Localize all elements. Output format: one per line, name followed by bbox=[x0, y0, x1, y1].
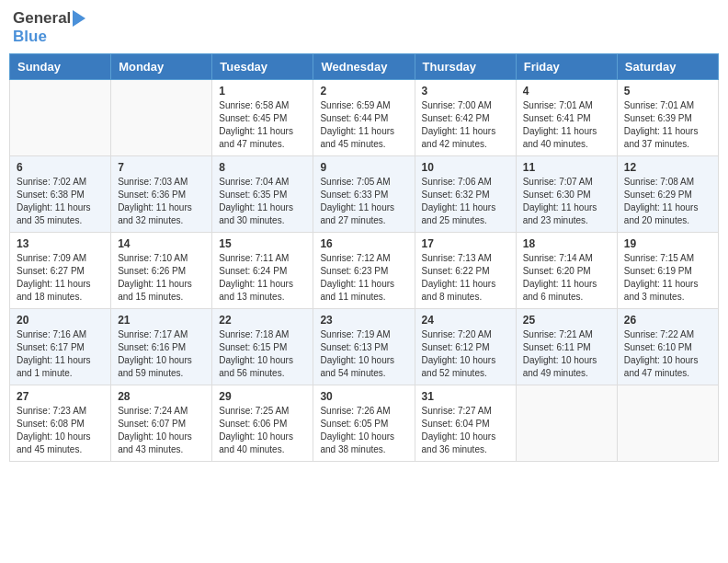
day-info: Sunrise: 6:58 AMSunset: 6:45 PMDaylight:… bbox=[219, 99, 306, 151]
logo: General Blue bbox=[13, 9, 85, 46]
day-number: 3 bbox=[422, 85, 509, 98]
day-info: Sunrise: 7:11 AMSunset: 6:24 PMDaylight:… bbox=[219, 252, 306, 304]
calendar-cell: 3Sunrise: 7:00 AMSunset: 6:42 PMDaylight… bbox=[415, 80, 516, 156]
calendar-cell: 21Sunrise: 7:17 AMSunset: 6:16 PMDayligh… bbox=[111, 309, 212, 385]
day-info: Sunrise: 7:21 AMSunset: 6:11 PMDaylight:… bbox=[523, 328, 610, 380]
day-header-friday: Friday bbox=[516, 54, 617, 80]
day-number: 22 bbox=[219, 314, 306, 327]
calendar-cell: 4Sunrise: 7:01 AMSunset: 6:41 PMDaylight… bbox=[516, 80, 617, 156]
calendar-cell: 20Sunrise: 7:16 AMSunset: 6:17 PMDayligh… bbox=[10, 309, 111, 385]
day-info: Sunrise: 7:09 AMSunset: 6:27 PMDaylight:… bbox=[17, 252, 104, 304]
day-info: Sunrise: 6:59 AMSunset: 6:44 PMDaylight:… bbox=[320, 99, 407, 151]
day-info: Sunrise: 7:05 AMSunset: 6:33 PMDaylight:… bbox=[320, 176, 407, 227]
day-info: Sunrise: 7:07 AMSunset: 6:30 PMDaylight:… bbox=[523, 176, 610, 227]
day-number: 21 bbox=[118, 314, 205, 327]
day-number: 27 bbox=[17, 390, 104, 403]
calendar-cell: 5Sunrise: 7:01 AMSunset: 6:39 PMDaylight… bbox=[617, 80, 718, 156]
day-number: 8 bbox=[219, 161, 306, 174]
day-number: 19 bbox=[624, 237, 711, 250]
calendar-cell: 29Sunrise: 7:25 AMSunset: 6:06 PMDayligh… bbox=[212, 385, 313, 462]
day-number: 7 bbox=[118, 161, 205, 174]
calendar-cell: 7Sunrise: 7:03 AMSunset: 6:36 PMDaylight… bbox=[111, 156, 212, 233]
day-number: 24 bbox=[422, 314, 509, 327]
calendar-cell: 12Sunrise: 7:08 AMSunset: 6:29 PMDayligh… bbox=[617, 156, 718, 233]
calendar-cell: 17Sunrise: 7:13 AMSunset: 6:22 PMDayligh… bbox=[415, 233, 516, 309]
day-info: Sunrise: 7:15 AMSunset: 6:19 PMDaylight:… bbox=[624, 252, 711, 304]
calendar-table: SundayMondayTuesdayWednesdayThursdayFrid… bbox=[9, 53, 719, 462]
day-info: Sunrise: 7:26 AMSunset: 6:05 PMDaylight:… bbox=[320, 405, 407, 456]
day-number: 6 bbox=[17, 161, 104, 174]
day-number: 11 bbox=[523, 161, 610, 174]
day-info: Sunrise: 7:01 AMSunset: 6:39 PMDaylight:… bbox=[624, 99, 711, 151]
day-info: Sunrise: 7:24 AMSunset: 6:07 PMDaylight:… bbox=[118, 405, 205, 456]
calendar-cell: 9Sunrise: 7:05 AMSunset: 6:33 PMDaylight… bbox=[313, 156, 415, 233]
calendar-week-row: 13Sunrise: 7:09 AMSunset: 6:27 PMDayligh… bbox=[10, 233, 719, 309]
day-number: 16 bbox=[320, 237, 407, 250]
logo-arrow-icon bbox=[73, 10, 85, 27]
calendar-cell: 6Sunrise: 7:02 AMSunset: 6:38 PMDaylight… bbox=[10, 156, 111, 233]
calendar-cell: 26Sunrise: 7:22 AMSunset: 6:10 PMDayligh… bbox=[617, 309, 718, 385]
day-header-tuesday: Tuesday bbox=[212, 54, 313, 80]
day-number: 25 bbox=[523, 314, 610, 327]
calendar-week-row: 20Sunrise: 7:16 AMSunset: 6:17 PMDayligh… bbox=[10, 309, 719, 385]
day-number: 2 bbox=[320, 85, 407, 98]
day-info: Sunrise: 7:03 AMSunset: 6:36 PMDaylight:… bbox=[118, 176, 205, 227]
calendar-cell: 24Sunrise: 7:20 AMSunset: 6:12 PMDayligh… bbox=[415, 309, 516, 385]
day-info: Sunrise: 7:10 AMSunset: 6:26 PMDaylight:… bbox=[118, 252, 205, 304]
day-number: 17 bbox=[422, 237, 509, 250]
day-number: 31 bbox=[422, 390, 509, 403]
day-info: Sunrise: 7:08 AMSunset: 6:29 PMDaylight:… bbox=[624, 176, 711, 227]
day-number: 5 bbox=[624, 85, 711, 98]
day-number: 29 bbox=[219, 390, 306, 403]
logo-general-text: General bbox=[13, 9, 71, 28]
day-info: Sunrise: 7:00 AMSunset: 6:42 PMDaylight:… bbox=[422, 99, 509, 151]
day-info: Sunrise: 7:22 AMSunset: 6:10 PMDaylight:… bbox=[624, 328, 711, 380]
calendar-cell: 28Sunrise: 7:24 AMSunset: 6:07 PMDayligh… bbox=[111, 385, 212, 462]
calendar-cell: 15Sunrise: 7:11 AMSunset: 6:24 PMDayligh… bbox=[212, 233, 313, 309]
day-info: Sunrise: 7:04 AMSunset: 6:35 PMDaylight:… bbox=[219, 176, 306, 227]
calendar-cell: 22Sunrise: 7:18 AMSunset: 6:15 PMDayligh… bbox=[212, 309, 313, 385]
day-number: 9 bbox=[320, 161, 407, 174]
day-number: 28 bbox=[118, 390, 205, 403]
day-number: 30 bbox=[320, 390, 407, 403]
day-number: 1 bbox=[219, 85, 306, 98]
calendar-cell: 16Sunrise: 7:12 AMSunset: 6:23 PMDayligh… bbox=[313, 233, 415, 309]
day-number: 10 bbox=[422, 161, 509, 174]
calendar-cell bbox=[617, 385, 718, 462]
day-number: 20 bbox=[17, 314, 104, 327]
day-info: Sunrise: 7:18 AMSunset: 6:15 PMDaylight:… bbox=[219, 328, 306, 380]
day-number: 14 bbox=[118, 237, 205, 250]
calendar-cell bbox=[516, 385, 617, 462]
day-info: Sunrise: 7:14 AMSunset: 6:20 PMDaylight:… bbox=[523, 252, 610, 304]
calendar-cell bbox=[111, 80, 212, 156]
day-info: Sunrise: 7:25 AMSunset: 6:06 PMDaylight:… bbox=[219, 405, 306, 456]
calendar-cell: 31Sunrise: 7:27 AMSunset: 6:04 PMDayligh… bbox=[415, 385, 516, 462]
day-info: Sunrise: 7:13 AMSunset: 6:22 PMDaylight:… bbox=[422, 252, 509, 304]
day-number: 12 bbox=[624, 161, 711, 174]
day-info: Sunrise: 7:27 AMSunset: 6:04 PMDaylight:… bbox=[422, 405, 509, 456]
day-info: Sunrise: 7:06 AMSunset: 6:32 PMDaylight:… bbox=[422, 176, 509, 227]
day-info: Sunrise: 7:12 AMSunset: 6:23 PMDaylight:… bbox=[320, 252, 407, 304]
day-header-wednesday: Wednesday bbox=[313, 54, 415, 80]
calendar-cell: 27Sunrise: 7:23 AMSunset: 6:08 PMDayligh… bbox=[10, 385, 111, 462]
day-number: 4 bbox=[523, 85, 610, 98]
calendar-cell: 30Sunrise: 7:26 AMSunset: 6:05 PMDayligh… bbox=[313, 385, 415, 462]
day-header-saturday: Saturday bbox=[617, 54, 718, 80]
day-info: Sunrise: 7:16 AMSunset: 6:17 PMDaylight:… bbox=[17, 328, 104, 380]
day-info: Sunrise: 7:01 AMSunset: 6:41 PMDaylight:… bbox=[523, 99, 610, 151]
calendar-cell: 19Sunrise: 7:15 AMSunset: 6:19 PMDayligh… bbox=[617, 233, 718, 309]
calendar-cell: 8Sunrise: 7:04 AMSunset: 6:35 PMDaylight… bbox=[212, 156, 313, 233]
day-info: Sunrise: 7:20 AMSunset: 6:12 PMDaylight:… bbox=[422, 328, 509, 380]
calendar-cell bbox=[10, 80, 111, 156]
day-number: 18 bbox=[523, 237, 610, 250]
calendar-cell: 25Sunrise: 7:21 AMSunset: 6:11 PMDayligh… bbox=[516, 309, 617, 385]
day-number: 23 bbox=[320, 314, 407, 327]
calendar-cell: 1Sunrise: 6:58 AMSunset: 6:45 PMDaylight… bbox=[212, 80, 313, 156]
calendar-cell: 2Sunrise: 6:59 AMSunset: 6:44 PMDaylight… bbox=[313, 80, 415, 156]
day-info: Sunrise: 7:17 AMSunset: 6:16 PMDaylight:… bbox=[118, 328, 205, 380]
calendar-cell: 18Sunrise: 7:14 AMSunset: 6:20 PMDayligh… bbox=[516, 233, 617, 309]
day-number: 26 bbox=[624, 314, 711, 327]
calendar-week-row: 1Sunrise: 6:58 AMSunset: 6:45 PMDaylight… bbox=[10, 80, 719, 156]
calendar-cell: 10Sunrise: 7:06 AMSunset: 6:32 PMDayligh… bbox=[415, 156, 516, 233]
day-header-thursday: Thursday bbox=[415, 54, 516, 80]
